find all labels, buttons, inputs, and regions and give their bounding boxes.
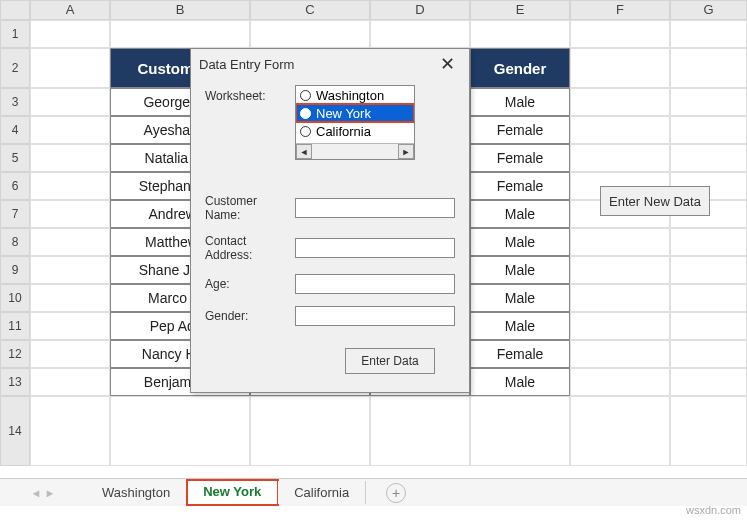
tab-nav-left-icon[interactable]: ◄ <box>30 487 42 499</box>
worksheet-option-newyork[interactable]: New York <box>296 104 414 122</box>
tab-nav-right-icon[interactable]: ► <box>44 487 56 499</box>
scroll-right-icon[interactable]: ► <box>398 144 414 159</box>
radio-icon <box>300 126 311 137</box>
row-2[interactable]: 2 <box>0 48 30 88</box>
row-9[interactable]: 9 <box>0 256 30 284</box>
worksheet-option-california[interactable]: California <box>296 122 414 140</box>
listbox-scrollbar[interactable]: ◄ ► <box>296 143 414 159</box>
table-row[interactable]: Male <box>470 200 570 228</box>
gender-input[interactable] <box>295 306 455 326</box>
worksheet-option-washington[interactable]: Washington <box>296 86 414 104</box>
row-14[interactable]: 14 <box>0 396 30 466</box>
worksheet-label: Worksheet: <box>205 85 295 103</box>
contact-address-label: Contact Address: <box>205 234 295 262</box>
row-10[interactable]: 10 <box>0 284 30 312</box>
row-4[interactable]: 4 <box>0 116 30 144</box>
row-7[interactable]: 7 <box>0 200 30 228</box>
radio-icon <box>300 108 311 119</box>
table-row[interactable]: Male <box>470 88 570 116</box>
col-F[interactable]: F <box>570 0 670 20</box>
scroll-left-icon[interactable]: ◄ <box>296 144 312 159</box>
tab-newyork[interactable]: New York <box>187 480 278 505</box>
row-5[interactable]: 5 <box>0 144 30 172</box>
tab-california[interactable]: California <box>278 481 366 504</box>
table-row[interactable]: Female <box>470 172 570 200</box>
sheet-tab-bar: ◄ ► Washington New York California + <box>0 478 747 506</box>
customer-name-label: Customer Name: <box>205 194 295 222</box>
row-6[interactable]: 6 <box>0 172 30 200</box>
dialog-titlebar[interactable]: Data Entry Form ✕ <box>191 49 469 79</box>
contact-address-input[interactable] <box>295 238 455 258</box>
cell[interactable] <box>30 20 110 48</box>
radio-icon <box>300 90 311 101</box>
dialog-title-text: Data Entry Form <box>199 57 294 72</box>
row-13[interactable]: 13 <box>0 368 30 396</box>
row-3[interactable]: 3 <box>0 88 30 116</box>
add-sheet-icon[interactable]: + <box>386 483 406 503</box>
table-row[interactable]: Female <box>470 116 570 144</box>
worksheet-listbox[interactable]: Washington New York California ◄ ► <box>295 85 415 160</box>
corner-cell[interactable] <box>0 0 30 20</box>
row-11[interactable]: 11 <box>0 312 30 340</box>
col-A[interactable]: A <box>30 0 110 20</box>
col-D[interactable]: D <box>370 0 470 20</box>
gender-label: Gender: <box>205 309 295 323</box>
data-entry-form-dialog: Data Entry Form ✕ Worksheet: Washington … <box>190 48 470 393</box>
enter-new-data-button[interactable]: Enter New Data <box>600 186 710 216</box>
header-gender[interactable]: Gender <box>470 48 570 88</box>
table-row[interactable]: Male <box>470 368 570 396</box>
row-1[interactable]: 1 <box>0 20 30 48</box>
row-12[interactable]: 12 <box>0 340 30 368</box>
col-C[interactable]: C <box>250 0 370 20</box>
table-row[interactable]: Male <box>470 256 570 284</box>
age-input[interactable] <box>295 274 455 294</box>
table-row[interactable]: Female <box>470 340 570 368</box>
col-E[interactable]: E <box>470 0 570 20</box>
row-8[interactable]: 8 <box>0 228 30 256</box>
watermark: wsxdn.com <box>686 504 741 516</box>
table-row[interactable]: Male <box>470 228 570 256</box>
tab-washington[interactable]: Washington <box>86 481 187 504</box>
enter-data-button[interactable]: Enter Data <box>345 348 435 374</box>
table-row[interactable]: Female <box>470 144 570 172</box>
col-B[interactable]: B <box>110 0 250 20</box>
table-row[interactable]: Male <box>470 284 570 312</box>
customer-name-input[interactable] <box>295 198 455 218</box>
col-G[interactable]: G <box>670 0 747 20</box>
age-label: Age: <box>205 277 295 291</box>
close-icon[interactable]: ✕ <box>434 53 461 75</box>
table-row[interactable]: Male <box>470 312 570 340</box>
